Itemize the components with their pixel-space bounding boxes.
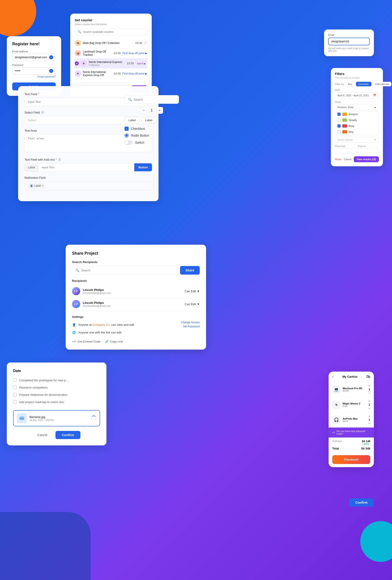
settings-row-1-container: 👤 Anyone at Company Co. can view and edi… xyxy=(72,321,200,336)
filter-any-button[interactable]: Any xyxy=(345,82,355,86)
recipient-email-2: lincolnphilips@gmail.com xyxy=(83,304,182,307)
search-input[interactable] xyxy=(133,98,175,101)
task-item-1: Completed the prototypes for new p... xyxy=(13,377,100,384)
email-check-icon: ✓ xyxy=(49,55,53,59)
shop-option-etsy[interactable]: E Etsy xyxy=(335,129,379,135)
courier-item-selected[interactable]: ● ✈ Norsk International Express Collecti… xyxy=(75,58,147,69)
addon-text-input[interactable] xyxy=(38,163,134,171)
date-cancel-button[interactable]: Cancel xyxy=(33,431,52,439)
qty-increment-3[interactable]: + xyxy=(369,415,370,418)
cart-back-button[interactable]: ‹ xyxy=(332,374,334,379)
get-embed-link[interactable]: </> Get Embed Code xyxy=(72,340,100,343)
embed-row: </> Get Embed Code 🔗 Copy Link xyxy=(72,340,200,343)
cart-item-image-1: 💻 xyxy=(332,385,340,394)
courier-subtitle: Select courier from list below xyxy=(75,23,147,26)
courier-icon-4: ✈ xyxy=(75,70,81,77)
addon-prefix: Label xyxy=(25,163,38,171)
checkbox-input[interactable]: ✓ xyxy=(125,127,129,131)
select-courier-dropdown[interactable]: Select courier ▼ xyxy=(335,137,379,143)
settings-item-2: 🌐 Anyone one with the link can edit xyxy=(72,328,134,336)
qty-decrement-3[interactable]: − xyxy=(369,422,370,425)
select-info-icon[interactable]: i xyxy=(41,111,44,114)
addon-info-icon[interactable]: i xyxy=(58,158,61,161)
chevron-down-icon: ▼ xyxy=(374,139,376,141)
courier-item[interactable]: ✈ Norsk International Express Drop-Off £… xyxy=(75,69,147,79)
forgot-password-link[interactable]: Forgot password? xyxy=(12,75,56,78)
qty-increment-1[interactable]: + xyxy=(369,384,370,387)
qty-decrement-1[interactable]: − xyxy=(369,392,370,395)
change-access-button[interactable]: Change Access xyxy=(181,321,200,324)
shop-option-shopify[interactable]: S Shopify xyxy=(335,117,379,123)
qty-increment-2[interactable]: + xyxy=(369,399,370,403)
price-to-input[interactable] xyxy=(358,148,379,153)
cart-confirm-button[interactable]: Confirm xyxy=(349,498,374,507)
filter-international-button[interactable]: International xyxy=(373,82,392,86)
filter-reset-button[interactable]: Reset xyxy=(335,158,342,161)
ebay-checkbox[interactable]: ✓ xyxy=(337,124,341,128)
addon-field-label: Text Field with Add-ons * i xyxy=(24,158,152,161)
etsy-checkbox[interactable] xyxy=(337,130,341,134)
password-input[interactable] xyxy=(15,69,49,72)
price-from-input[interactable] xyxy=(335,148,356,153)
filter-cancel-button[interactable]: Cancel xyxy=(344,158,352,161)
courier-icon-1: 🛍 xyxy=(75,40,81,46)
radio-input[interactable] xyxy=(125,134,129,138)
addon-button[interactable]: Button xyxy=(134,163,152,171)
checkout-button[interactable]: Checkout! xyxy=(332,455,370,464)
cart-bag-icon[interactable]: 🛍 xyxy=(366,374,370,379)
recipients-search-input[interactable] xyxy=(81,269,174,272)
cart-item-price-3: $549 xyxy=(343,420,366,423)
shop-selected-value: Amazon, Ebay xyxy=(337,106,354,109)
shop-option-ebay[interactable]: ✓ e Ebay xyxy=(335,123,379,129)
multiselect-input[interactable]: 👤 Label ✕ xyxy=(24,181,152,190)
filter-view-results-button[interactable]: View results (15) xyxy=(354,156,379,162)
task-text-3: Prepare Slideshow for demonstration xyxy=(19,393,67,397)
switch-row: Switch xyxy=(125,140,179,145)
courier-item[interactable]: 🛍 Mule Bag Drop-Off / Collection £9.99 ⏱ xyxy=(75,38,147,48)
task-text-4: Add project roadmap to notion doc xyxy=(19,400,64,404)
recipient-item-1: LP Lincoln Philips lincolnphilips@gmail.… xyxy=(72,285,200,298)
tag-button-1[interactable]: Label xyxy=(125,117,139,124)
file-info: filename.jpg 18 Apr, 2021 - 2847kb xyxy=(29,415,88,422)
amazon-checkbox[interactable]: ✓ xyxy=(337,113,341,116)
task-checkbox-4[interactable] xyxy=(13,400,17,404)
shop-option-amazon[interactable]: ✓ a Amazon xyxy=(335,111,379,117)
can-edit-label-1: Can Edit xyxy=(185,290,196,293)
task-checkbox-1[interactable] xyxy=(13,378,17,382)
radio-label: Radio Button xyxy=(131,134,149,137)
email-input[interactable] xyxy=(15,56,49,59)
shop-select[interactable]: Amazon, Ebay ▲ xyxy=(335,104,379,110)
tag-button-2[interactable]: Label xyxy=(141,117,156,124)
email-card-input[interactable]: designteam10| xyxy=(328,38,370,45)
cart-discount-bar[interactable]: 🏷 Do you have any discount code? xyxy=(329,428,374,437)
etsy-logo: E xyxy=(342,130,347,134)
tag-remove-icon[interactable]: ✕ xyxy=(42,184,44,187)
shop-dropdown: ✓ a Amazon S Shopify ✓ e Ebay E Etsy xyxy=(335,111,379,135)
access-links: Change Access Set Password xyxy=(181,321,200,328)
stepper-decrement-button[interactable]: − xyxy=(140,107,147,114)
stepper-increment-button[interactable]: + xyxy=(156,107,163,114)
set-password-button[interactable]: Set Password xyxy=(183,325,200,328)
filter-domestic-button[interactable]: Domestic xyxy=(356,82,371,86)
permission-button-1[interactable]: Can Edit ▼ xyxy=(185,290,200,293)
date-input[interactable]: April 6, 2021 - April 22, 2021 📅 xyxy=(335,92,379,98)
share-project-card: Share Project Search Recipients 🔍 Share … xyxy=(66,245,206,350)
copy-link[interactable]: 🔗 Copy Link xyxy=(105,340,123,343)
anyone-company-text: Anyone at Company Co. can view and edit xyxy=(78,323,134,326)
courier-item[interactable]: 📦 Landmark Drop-Off Tracked £9.99 Find d… xyxy=(75,48,147,58)
cart-card: ‹ My Cartlist 🛍 💻 Macbook Pro M1 $3499 +… xyxy=(329,372,374,467)
date-confirm-button[interactable]: Confirm xyxy=(55,431,80,439)
embed-label: Get Embed Code xyxy=(78,340,100,343)
courier-search-input[interactable] xyxy=(83,30,144,33)
share-button[interactable]: Share xyxy=(180,266,200,275)
company-link[interactable]: Company Co. xyxy=(92,323,110,326)
discount-icon: 🏷 xyxy=(332,431,335,434)
cart-qty-1: + 1 − xyxy=(369,384,370,395)
cart-item-name-3: AirPods Max xyxy=(343,417,366,420)
task-checkbox-3[interactable] xyxy=(13,393,17,397)
permission-button-2[interactable]: Can Edit ▼ xyxy=(185,302,200,306)
task-checkbox-2[interactable] xyxy=(13,386,17,389)
switch-input[interactable] xyxy=(125,140,133,145)
qty-decrement-2[interactable]: − xyxy=(369,407,370,410)
shopify-checkbox[interactable] xyxy=(337,119,341,122)
